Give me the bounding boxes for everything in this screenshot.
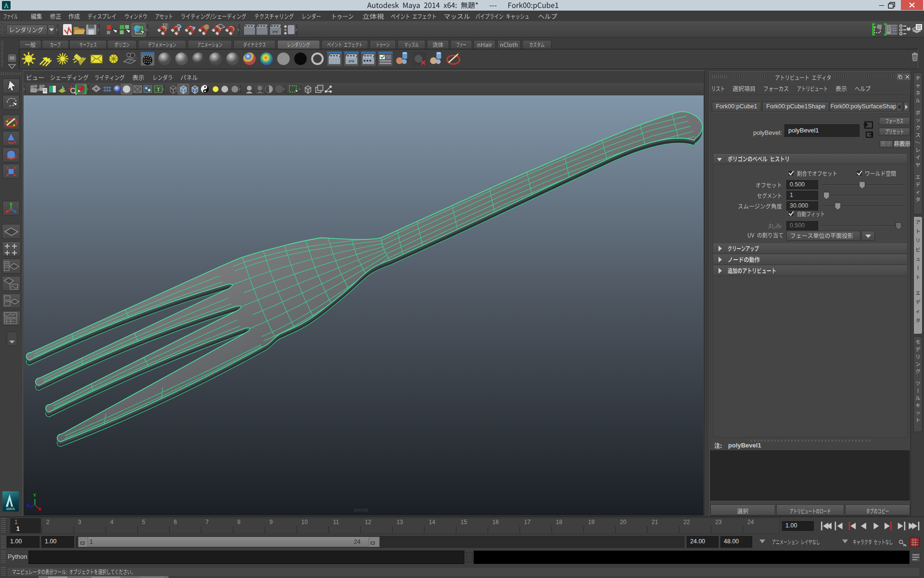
svg-text:Z: Z	[27, 503, 30, 508]
svg-text:Y: Y	[33, 493, 36, 498]
svg-text:X: X	[38, 507, 41, 512]
svg-text:persp: persp	[354, 507, 368, 512]
